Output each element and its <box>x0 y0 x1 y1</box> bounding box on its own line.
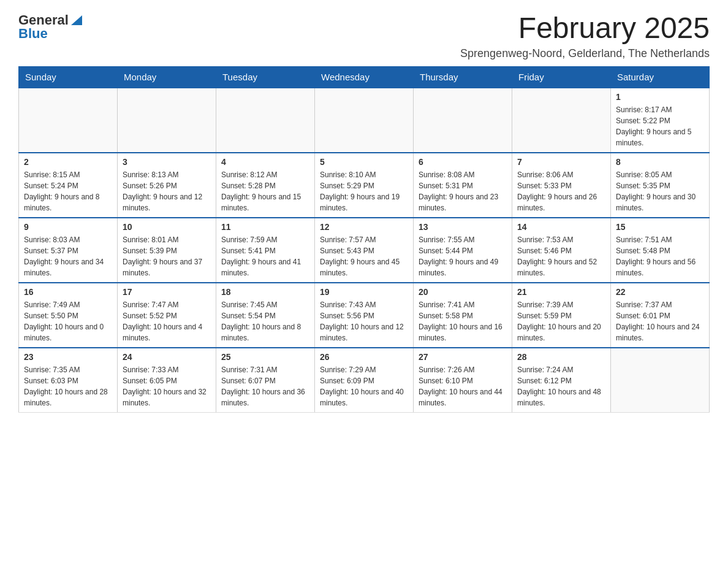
calendar-week-row: 23Sunrise: 7:35 AMSunset: 6:03 PMDayligh… <box>19 348 710 413</box>
day-header-sunday: Sunday <box>19 66 118 88</box>
day-number: 19 <box>320 287 408 297</box>
day-number: 4 <box>221 157 309 167</box>
calendar-cell <box>512 88 611 153</box>
day-info: Sunrise: 8:06 AMSunset: 5:33 PMDaylight:… <box>517 169 605 213</box>
day-info: Sunrise: 7:41 AMSunset: 5:58 PMDaylight:… <box>419 299 507 343</box>
day-info: Sunrise: 7:35 AMSunset: 6:03 PMDaylight:… <box>24 364 112 408</box>
calendar-week-row: 2Sunrise: 8:15 AMSunset: 5:24 PMDaylight… <box>19 153 710 218</box>
calendar-cell: 21Sunrise: 7:39 AMSunset: 5:59 PMDayligh… <box>512 283 611 348</box>
calendar-cell <box>216 88 315 153</box>
day-number: 23 <box>24 352 112 362</box>
day-number: 1 <box>616 92 704 102</box>
day-header-monday: Monday <box>118 66 216 88</box>
day-info: Sunrise: 7:43 AMSunset: 5:56 PMDaylight:… <box>320 299 408 343</box>
day-info: Sunrise: 7:51 AMSunset: 5:48 PMDaylight:… <box>616 234 704 278</box>
day-info: Sunrise: 7:39 AMSunset: 5:59 PMDaylight:… <box>517 299 605 343</box>
day-info: Sunrise: 8:05 AMSunset: 5:35 PMDaylight:… <box>616 169 704 213</box>
day-number: 3 <box>123 157 211 167</box>
calendar-cell: 10Sunrise: 8:01 AMSunset: 5:39 PMDayligh… <box>118 218 216 283</box>
day-info: Sunrise: 7:33 AMSunset: 6:05 PMDaylight:… <box>123 364 211 408</box>
calendar-header-row: SundayMondayTuesdayWednesdayThursdayFrid… <box>19 66 710 88</box>
calendar-cell <box>611 348 710 413</box>
day-number: 5 <box>320 157 408 167</box>
day-info: Sunrise: 7:59 AMSunset: 5:41 PMDaylight:… <box>221 234 309 278</box>
day-number: 28 <box>517 352 605 362</box>
calendar-cell: 14Sunrise: 7:53 AMSunset: 5:46 PMDayligh… <box>512 218 611 283</box>
day-info: Sunrise: 8:03 AMSunset: 5:37 PMDaylight:… <box>24 234 112 278</box>
day-number: 27 <box>419 352 507 362</box>
calendar-cell: 7Sunrise: 8:06 AMSunset: 5:33 PMDaylight… <box>512 153 611 218</box>
calendar-cell: 2Sunrise: 8:15 AMSunset: 5:24 PMDaylight… <box>19 153 118 218</box>
calendar-cell: 13Sunrise: 7:55 AMSunset: 5:44 PMDayligh… <box>414 218 512 283</box>
calendar-week-row: 9Sunrise: 8:03 AMSunset: 5:37 PMDaylight… <box>19 218 710 283</box>
calendar-cell: 5Sunrise: 8:10 AMSunset: 5:29 PMDaylight… <box>315 153 414 218</box>
calendar-cell <box>414 88 512 153</box>
calendar-cell: 9Sunrise: 8:03 AMSunset: 5:37 PMDaylight… <box>19 218 118 283</box>
day-number: 7 <box>517 157 605 167</box>
calendar-cell: 1Sunrise: 8:17 AMSunset: 5:22 PMDaylight… <box>611 88 710 153</box>
day-number: 6 <box>419 157 507 167</box>
calendar-cell: 26Sunrise: 7:29 AMSunset: 6:09 PMDayligh… <box>315 348 414 413</box>
day-number: 9 <box>24 222 112 232</box>
day-header-saturday: Saturday <box>611 66 710 88</box>
location-subtitle: Sprengenweg-Noord, Gelderland, The Nethe… <box>460 47 710 60</box>
day-info: Sunrise: 7:31 AMSunset: 6:07 PMDaylight:… <box>221 364 309 408</box>
day-info: Sunrise: 8:01 AMSunset: 5:39 PMDaylight:… <box>123 234 211 278</box>
calendar-cell: 4Sunrise: 8:12 AMSunset: 5:28 PMDaylight… <box>216 153 315 218</box>
calendar-cell <box>315 88 414 153</box>
day-number: 17 <box>123 287 211 297</box>
day-info: Sunrise: 7:53 AMSunset: 5:46 PMDaylight:… <box>517 234 605 278</box>
day-number: 18 <box>221 287 309 297</box>
day-info: Sunrise: 8:13 AMSunset: 5:26 PMDaylight:… <box>123 169 211 213</box>
day-number: 11 <box>221 222 309 232</box>
calendar-cell: 12Sunrise: 7:57 AMSunset: 5:43 PMDayligh… <box>315 218 414 283</box>
calendar-cell: 27Sunrise: 7:26 AMSunset: 6:10 PMDayligh… <box>414 348 512 413</box>
calendar-cell: 19Sunrise: 7:43 AMSunset: 5:56 PMDayligh… <box>315 283 414 348</box>
day-number: 15 <box>616 222 704 232</box>
day-info: Sunrise: 8:17 AMSunset: 5:22 PMDaylight:… <box>616 104 704 148</box>
day-info: Sunrise: 8:12 AMSunset: 5:28 PMDaylight:… <box>221 169 309 213</box>
day-header-tuesday: Tuesday <box>216 66 315 88</box>
calendar-cell: 20Sunrise: 7:41 AMSunset: 5:58 PMDayligh… <box>414 283 512 348</box>
calendar-cell: 25Sunrise: 7:31 AMSunset: 6:07 PMDayligh… <box>216 348 315 413</box>
month-title: February 2025 <box>460 12 710 45</box>
calendar-cell: 28Sunrise: 7:24 AMSunset: 6:12 PMDayligh… <box>512 348 611 413</box>
logo: General Blue <box>18 12 83 42</box>
day-info: Sunrise: 7:45 AMSunset: 5:54 PMDaylight:… <box>221 299 309 343</box>
day-number: 21 <box>517 287 605 297</box>
day-info: Sunrise: 8:10 AMSunset: 5:29 PMDaylight:… <box>320 169 408 213</box>
day-number: 25 <box>221 352 309 362</box>
day-info: Sunrise: 8:15 AMSunset: 5:24 PMDaylight:… <box>24 169 112 213</box>
calendar-table: SundayMondayTuesdayWednesdayThursdayFrid… <box>18 66 710 413</box>
day-number: 2 <box>24 157 112 167</box>
svg-marker-0 <box>71 15 82 25</box>
day-number: 22 <box>616 287 704 297</box>
calendar-week-row: 1Sunrise: 8:17 AMSunset: 5:22 PMDaylight… <box>19 88 710 153</box>
day-info: Sunrise: 7:37 AMSunset: 6:01 PMDaylight:… <box>616 299 704 343</box>
day-header-thursday: Thursday <box>414 66 512 88</box>
logo-blue-text: Blue <box>18 26 83 42</box>
page-header: General Blue February 2025 Sprengenweg-N… <box>18 12 710 60</box>
day-info: Sunrise: 7:47 AMSunset: 5:52 PMDaylight:… <box>123 299 211 343</box>
calendar-cell: 22Sunrise: 7:37 AMSunset: 6:01 PMDayligh… <box>611 283 710 348</box>
calendar-cell: 18Sunrise: 7:45 AMSunset: 5:54 PMDayligh… <box>216 283 315 348</box>
day-number: 10 <box>123 222 211 232</box>
day-number: 12 <box>320 222 408 232</box>
day-number: 14 <box>517 222 605 232</box>
day-info: Sunrise: 7:57 AMSunset: 5:43 PMDaylight:… <box>320 234 408 278</box>
day-info: Sunrise: 7:26 AMSunset: 6:10 PMDaylight:… <box>419 364 507 408</box>
calendar-cell: 8Sunrise: 8:05 AMSunset: 5:35 PMDaylight… <box>611 153 710 218</box>
title-section: February 2025 Sprengenweg-Noord, Gelderl… <box>460 12 710 60</box>
calendar-cell <box>118 88 216 153</box>
day-number: 26 <box>320 352 408 362</box>
calendar-cell: 17Sunrise: 7:47 AMSunset: 5:52 PMDayligh… <box>118 283 216 348</box>
calendar-cell: 24Sunrise: 7:33 AMSunset: 6:05 PMDayligh… <box>118 348 216 413</box>
day-number: 24 <box>123 352 211 362</box>
calendar-cell: 23Sunrise: 7:35 AMSunset: 6:03 PMDayligh… <box>19 348 118 413</box>
calendar-cell: 15Sunrise: 7:51 AMSunset: 5:48 PMDayligh… <box>611 218 710 283</box>
day-header-friday: Friday <box>512 66 611 88</box>
calendar-cell: 3Sunrise: 8:13 AMSunset: 5:26 PMDaylight… <box>118 153 216 218</box>
calendar-cell: 11Sunrise: 7:59 AMSunset: 5:41 PMDayligh… <box>216 218 315 283</box>
logo-triangle-icon <box>70 13 83 26</box>
day-info: Sunrise: 7:49 AMSunset: 5:50 PMDaylight:… <box>24 299 112 343</box>
